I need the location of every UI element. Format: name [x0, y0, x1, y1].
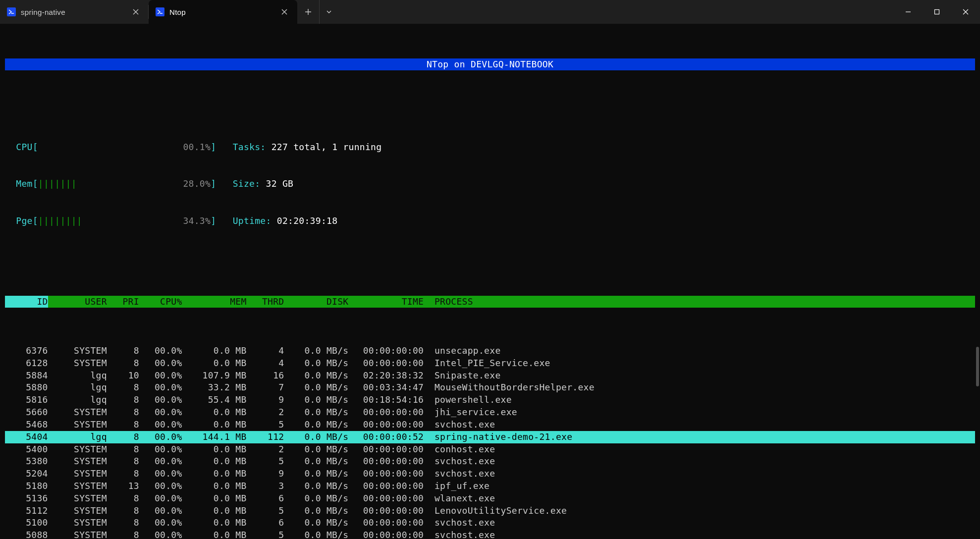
chevron-down-icon	[326, 9, 332, 15]
process-row[interactable]: 6376SYSTEM800.0%0.0 MB40.0 MB/s00:00:00:…	[5, 345, 975, 357]
window-close-button[interactable]	[951, 0, 980, 24]
tab-close-button[interactable]	[130, 6, 142, 18]
window-maximize-button[interactable]	[923, 0, 951, 24]
tab-close-button[interactable]	[278, 6, 290, 18]
cpu-bars	[38, 141, 183, 154]
cell-proc: jhi_service.exe	[424, 406, 975, 419]
pge-label: Pge	[16, 216, 32, 226]
process-row[interactable]: 5088SYSTEM800.0%0.0 MB50.0 MB/s00:00:00:…	[5, 529, 975, 539]
process-row[interactable]: 5112SYSTEM800.0%0.0 MB50.0 MB/s00:00:00:…	[5, 505, 975, 517]
process-row[interactable]: 5816lgq800.0%55.4 MB90.0 MB/s00:18:54:16…	[5, 394, 975, 406]
cell-thrd: 5	[247, 529, 284, 539]
cell-id: 5112	[5, 505, 48, 517]
cell-id: 5136	[5, 492, 48, 505]
cell-thrd: 2	[247, 406, 284, 419]
plus-icon	[305, 8, 312, 15]
window-controls	[894, 0, 980, 24]
cell-disk: 0.0 MB/s	[284, 345, 348, 357]
col-thrd[interactable]: THRD	[247, 296, 284, 308]
cell-id: 5380	[5, 455, 48, 468]
cell-pri: 8	[107, 419, 139, 431]
cell-cpu: 00.0%	[139, 357, 182, 370]
cell-disk: 0.0 MB/s	[284, 468, 348, 480]
process-row[interactable]: 5180SYSTEM1300.0%0.0 MB30.0 MB/s00:00:00…	[5, 480, 975, 492]
process-row[interactable]: 5136SYSTEM800.0%0.0 MB60.0 MB/s00:00:00:…	[5, 492, 975, 505]
cell-user: SYSTEM	[48, 492, 107, 505]
cell-time: 00:00:00:00	[349, 468, 424, 480]
process-row[interactable]: 5400SYSTEM800.0%0.0 MB20.0 MB/s00:00:00:…	[5, 443, 975, 456]
process-row[interactable]: 5404lgq800.0%144.1 MB1120.0 MB/s00:00:00…	[5, 431, 975, 443]
cell-time: 02:20:38:32	[349, 370, 424, 382]
cpu-label: CPU	[16, 142, 32, 152]
cell-disk: 0.0 MB/s	[284, 419, 348, 431]
process-row[interactable]: 5100SYSTEM800.0%0.0 MB60.0 MB/s00:00:00:…	[5, 517, 975, 529]
minimize-icon	[905, 9, 911, 15]
cell-disk: 0.0 MB/s	[284, 455, 348, 468]
process-row[interactable]: 6128SYSTEM800.0%0.0 MB40.0 MB/s00:00:00:…	[5, 357, 975, 370]
cell-pri: 8	[107, 394, 139, 406]
system-meters: CPU[00.1%] Tasks: 227 total, 1 running M…	[5, 116, 975, 252]
col-time[interactable]: TIME	[349, 296, 424, 308]
tab-spring-native[interactable]: spring-native	[0, 0, 149, 24]
pge-pct: 34.3%	[183, 215, 211, 227]
cell-thrd: 6	[247, 492, 284, 505]
col-disk[interactable]: DISK	[284, 296, 348, 308]
cell-pri: 8	[107, 517, 139, 529]
col-id[interactable]: ID	[5, 296, 48, 308]
close-icon	[281, 9, 287, 15]
col-mem[interactable]: MEM	[182, 296, 247, 308]
cell-id: 5180	[5, 480, 48, 492]
cell-time: 00:00:00:00	[349, 443, 424, 456]
cell-proc: unsecapp.exe	[424, 345, 975, 357]
process-row[interactable]: 5884lgq1000.0%107.9 MB160.0 MB/s02:20:38…	[5, 370, 975, 382]
new-tab-button[interactable]	[297, 0, 319, 24]
cell-mem: 107.9 MB	[182, 370, 247, 382]
mem-label: Mem	[16, 178, 32, 189]
cell-pri: 8	[107, 381, 139, 394]
cell-cpu: 00.0%	[139, 345, 182, 357]
col-user[interactable]: USER	[48, 296, 107, 308]
process-row[interactable]: 5468SYSTEM800.0%0.0 MB50.0 MB/s00:00:00:…	[5, 419, 975, 431]
col-cpu[interactable]: CPU%	[139, 296, 182, 308]
cell-time: 00:00:00:00	[349, 529, 424, 539]
cell-proc: svchost.exe	[424, 468, 975, 480]
cell-proc: svchost.exe	[424, 419, 975, 431]
cell-thrd: 4	[247, 345, 284, 357]
cell-pri: 8	[107, 529, 139, 539]
cell-id: 5400	[5, 443, 48, 456]
process-row[interactable]: 5204SYSTEM800.0%0.0 MB90.0 MB/s00:00:00:…	[5, 468, 975, 480]
cell-cpu: 00.0%	[139, 480, 182, 492]
cell-thrd: 5	[247, 419, 284, 431]
cell-id: 5468	[5, 419, 48, 431]
scrollbar-thumb[interactable]	[976, 347, 979, 386]
tab-dropdown-button[interactable]	[319, 0, 338, 24]
cell-mem: 0.0 MB	[182, 529, 247, 539]
cell-time: 00:00:00:00	[349, 419, 424, 431]
process-row[interactable]: 5380SYSTEM800.0%0.0 MB50.0 MB/s00:00:00:…	[5, 455, 975, 468]
cell-user: lgq	[48, 431, 107, 443]
cell-pri: 8	[107, 492, 139, 505]
cell-disk: 0.0 MB/s	[284, 517, 348, 529]
mem-bars: |||||||	[38, 178, 183, 190]
col-proc[interactable]: PROCESS	[424, 296, 975, 308]
cell-proc: wlanext.exe	[424, 492, 975, 505]
col-pri[interactable]: PRI	[107, 296, 139, 308]
terminal-content[interactable]: NTop on DEVLGQ-NOTEBOOK CPU[00.1%] Tasks…	[0, 24, 980, 539]
ntop-banner: NTop on DEVLGQ-NOTEBOOK	[5, 58, 975, 71]
window-minimize-button[interactable]	[894, 0, 923, 24]
tab-ntop[interactable]: Ntop	[149, 0, 297, 24]
cell-proc: svchost.exe	[424, 529, 975, 539]
tasks-label: Tasks:	[233, 141, 266, 154]
cell-cpu: 00.0%	[139, 492, 182, 505]
tab-label: Ntop	[169, 8, 273, 16]
cell-thrd: 16	[247, 370, 284, 382]
cell-thrd: 7	[247, 381, 284, 394]
cell-proc: MouseWithoutBordersHelper.exe	[424, 381, 975, 394]
process-row[interactable]: 5660SYSTEM800.0%0.0 MB20.0 MB/s00:00:00:…	[5, 406, 975, 419]
cell-proc: Snipaste.exe	[424, 370, 975, 382]
cell-cpu: 00.0%	[139, 406, 182, 419]
process-row[interactable]: 5880lgq800.0%33.2 MB70.0 MB/s00:03:34:47…	[5, 381, 975, 394]
process-table-header[interactable]: ID USER PRI CPU% MEM THRD DISK TIME PROC…	[5, 296, 975, 308]
cell-user: SYSTEM	[48, 468, 107, 480]
cell-thrd: 9	[247, 468, 284, 480]
